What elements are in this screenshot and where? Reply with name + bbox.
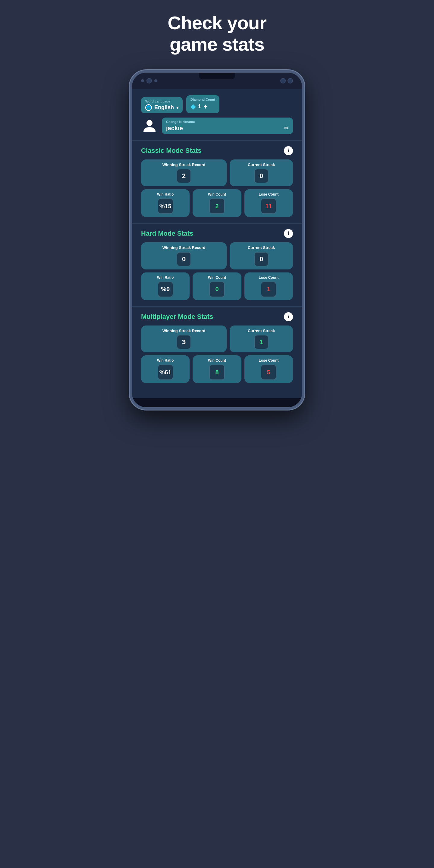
diamond-icon: ◆ — [190, 103, 195, 111]
hard-bottom-row: Win Ratio %0 Win Count 0 Lose Count — [141, 273, 293, 300]
multiplayer-win-count-card: Win Count 8 — [193, 355, 241, 383]
multiplayer-lose-count-card: Lose Count 5 — [244, 355, 293, 383]
diamond-count: 1 — [198, 103, 201, 110]
page-headline: Check your game stats — [167, 12, 267, 55]
diamond-inner: ◆ 1 + — [190, 102, 215, 111]
language-label: Word Language — [145, 99, 179, 103]
hard-winning-streak-label: Winning Streak Record — [162, 245, 206, 250]
classic-info-button[interactable]: i — [284, 146, 293, 155]
diamond-label: Diamond Count — [190, 98, 215, 101]
classic-section-title: Classic Mode Stats — [141, 147, 202, 155]
classic-lose-count-value-box: 11 — [261, 198, 276, 214]
edit-icon[interactable]: ✏ — [284, 125, 289, 131]
hard-win-ratio-value: %0 — [161, 286, 170, 293]
classic-win-ratio-value-box: %15 — [158, 198, 173, 214]
nickname-inner: jackie ✏ — [166, 125, 289, 132]
multiplayer-win-ratio-value: %61 — [159, 369, 172, 376]
divider-mid1 — [132, 223, 302, 224]
multiplayer-win-ratio-label: Win Ratio — [157, 358, 174, 363]
hard-winning-streak-value: 0 — [182, 255, 186, 263]
front-cameras — [280, 78, 293, 84]
multiplayer-winning-streak-label: Winning Streak Record — [162, 329, 206, 333]
multiplayer-current-streak-value-box: 1 — [254, 335, 269, 349]
add-diamond-button[interactable]: + — [204, 102, 208, 111]
classic-lose-count-value: 11 — [265, 203, 272, 210]
hard-win-count-value-box: 0 — [209, 281, 225, 297]
chevron-down-icon: ▾ — [176, 105, 179, 110]
divider-mid2 — [132, 306, 302, 307]
classic-winning-streak-value-box: 2 — [177, 169, 191, 183]
multiplayer-section-title: Multiplayer Mode Stats — [141, 313, 213, 321]
language-selector[interactable]: Word Language 🌐 English ▾ — [141, 97, 183, 113]
avatar — [141, 118, 158, 134]
multiplayer-win-ratio-card: Win Ratio %61 — [141, 355, 190, 383]
svg-point-0 — [147, 120, 153, 126]
volume-silent-button — [130, 115, 131, 125]
hard-winning-streak-value-box: 0 — [177, 252, 191, 267]
top-controls: Word Language 🌐 English ▾ Diamond Count … — [141, 95, 293, 113]
hard-info-button[interactable]: i — [284, 229, 293, 238]
classic-winning-streak-label: Winning Streak Record — [162, 162, 206, 167]
hard-win-count-value: 0 — [215, 286, 218, 293]
hard-current-streak-label: Current Streak — [248, 245, 275, 250]
classic-current-streak-label: Current Streak — [248, 162, 275, 167]
classic-lose-count-card: Lose Count 11 — [244, 189, 293, 217]
classic-current-streak-card: Current Streak 0 — [230, 159, 293, 187]
nickname-row: Change Nickname jackie ✏ — [141, 118, 293, 134]
multiplayer-winning-streak-card: Winning Streak Record 3 — [141, 326, 227, 352]
hard-win-count-card: Win Count 0 — [193, 273, 241, 300]
hard-mode-stats: Hard Mode Stats i Winning Streak Record … — [141, 229, 293, 300]
language-value: English — [154, 104, 174, 111]
hard-winning-streak-card: Winning Streak Record 0 — [141, 242, 227, 270]
hard-lose-count-value: 1 — [267, 286, 270, 293]
multiplayer-mode-stats: Multiplayer Mode Stats i Winning Streak … — [141, 312, 293, 383]
classic-lose-count-label: Lose Count — [258, 192, 278, 196]
power-button — [303, 127, 304, 142]
front-camera-2 — [287, 78, 293, 84]
multiplayer-lose-count-value-box: 5 — [261, 364, 276, 380]
hard-current-streak-value: 0 — [259, 255, 263, 263]
multiplayer-current-streak-value: 1 — [259, 338, 263, 346]
multiplayer-streak-row: Winning Streak Record 3 Current Streak 1 — [141, 326, 293, 352]
page-wrapper: Check your game stats W — [108, 12, 326, 410]
multiplayer-lose-count-value: 5 — [267, 369, 270, 376]
classic-win-ratio-card: Win Ratio %15 — [141, 189, 190, 217]
multiplayer-winning-streak-value: 3 — [182, 338, 186, 346]
phone-notch — [199, 73, 235, 79]
front-camera-1 — [280, 78, 286, 84]
sensor-dot-2 — [154, 79, 157, 82]
multiplayer-win-ratio-value-box: %61 — [158, 364, 173, 380]
nickname-value: jackie — [166, 125, 183, 132]
multiplayer-current-streak-label: Current Streak — [248, 329, 275, 333]
hard-win-ratio-card: Win Ratio %0 — [141, 273, 190, 300]
multiplayer-win-count-value-box: 8 — [209, 364, 225, 380]
multiplayer-section-header: Multiplayer Mode Stats i — [141, 312, 293, 321]
hard-lose-count-label: Lose Count — [258, 276, 278, 280]
classic-current-streak-value: 0 — [259, 172, 263, 180]
multiplayer-current-streak-card: Current Streak 1 — [230, 326, 293, 352]
hard-win-count-label: Win Count — [208, 276, 226, 280]
classic-win-ratio-value: %15 — [159, 203, 172, 210]
classic-mode-stats: Classic Mode Stats i Winning Streak Reco… — [141, 146, 293, 217]
phone-content: Word Language 🌐 English ▾ Diamond Count … — [132, 89, 302, 398]
nickname-label: Change Nickname — [166, 120, 289, 124]
classic-win-count-label: Win Count — [208, 192, 226, 196]
hard-lose-count-value-box: 1 — [261, 281, 276, 297]
volume-up-button — [130, 130, 131, 147]
multiplayer-winning-streak-value-box: 3 — [177, 335, 191, 349]
hard-win-ratio-value-box: %0 — [158, 281, 173, 297]
multiplayer-win-count-value: 8 — [215, 369, 218, 376]
hard-section-header: Hard Mode Stats i — [141, 229, 293, 238]
multiplayer-bottom-row: Win Ratio %61 Win Count 8 Lose Count — [141, 355, 293, 383]
speaker-dot — [147, 78, 152, 84]
hard-win-ratio-label: Win Ratio — [157, 276, 174, 280]
language-inner: 🌐 English ▾ — [145, 104, 179, 111]
volume-down-button — [130, 151, 131, 167]
classic-section-header: Classic Mode Stats i — [141, 146, 293, 155]
classic-win-count-value-box: 2 — [209, 198, 225, 214]
classic-bottom-row: Win Ratio %15 Win Count 2 Lose Count — [141, 189, 293, 217]
nickname-box[interactable]: Change Nickname jackie ✏ — [162, 118, 293, 134]
multiplayer-info-button[interactable]: i — [284, 312, 293, 321]
classic-win-ratio-label: Win Ratio — [157, 192, 174, 196]
front-sensors — [141, 78, 157, 84]
